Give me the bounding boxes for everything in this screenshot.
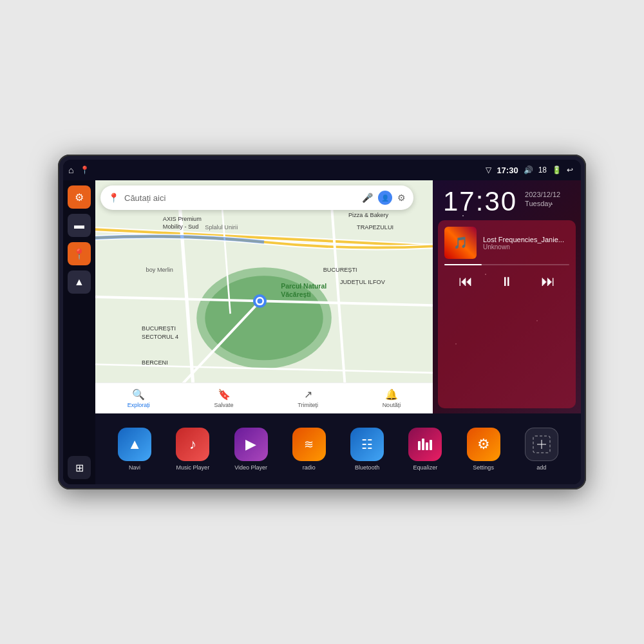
microphone-icon[interactable]: 🎤 [362, 193, 373, 203]
maps-status-icon: 📍 [80, 166, 90, 175]
back-icon[interactable]: ↩ [567, 166, 573, 175]
svg-text:Văcărești: Văcărești [281, 291, 311, 298]
music-note-icon: ♪ [189, 436, 196, 453]
explore-icon: 🔍 [132, 388, 145, 401]
map-search-bar[interactable]: 📍 Căutați aici 🎤 👤 ⚙ [100, 185, 413, 210]
music-player-app-label: Music Player [176, 464, 210, 471]
music-title: Lost Frequencies_Janie... [483, 236, 569, 243]
share-label: Trimiteți [298, 402, 318, 408]
apps-grid-btn[interactable]: ⊞ [68, 456, 91, 479]
bluetooth-app-icon: ☷ [350, 428, 384, 461]
play-pause-button[interactable]: ⏸ [498, 272, 516, 292]
music-player-card: 🎵 Lost Frequencies_Janie... Unknown [438, 220, 576, 408]
device-frame: ⌂ 📍 ▽ 17:30 🔊 18 🔋 ↩ ⚙ ▬ [58, 155, 586, 489]
news-label: Noutăți [383, 402, 401, 408]
user-avatar[interactable]: 👤 [378, 191, 392, 205]
main-content: ⚙ ▬ 📍 ▲ ⊞ [63, 180, 581, 484]
news-nav-item[interactable]: 🔔 Noutăți [383, 388, 401, 408]
music-player-app[interactable]: ♪ Music Player [176, 428, 209, 471]
explore-nav-item[interactable]: 🔍 Explorați [128, 388, 150, 408]
map-bottom-nav: 🔍 Explorați 🔖 Salvate ↗ Trimiteți [95, 383, 433, 413]
avatar-icon: 👤 [381, 194, 389, 202]
status-time: 17:30 [497, 166, 518, 175]
files-sidebar-btn[interactable]: ▬ [68, 214, 91, 237]
add-app-label: add [536, 464, 546, 471]
video-player-app-label: Video Player [234, 464, 267, 471]
svg-text:Pizza & Bakery: Pizza & Bakery [348, 212, 389, 218]
equalizer-app[interactable]: Equalizer [408, 428, 442, 471]
music-progress-fill [444, 264, 482, 265]
grid-icon: ⊞ [75, 462, 84, 474]
add-app[interactable]: add [525, 428, 558, 471]
video-player-app-icon: ▶ [234, 428, 268, 461]
next-button[interactable]: ⏭ [538, 270, 558, 292]
prev-button[interactable]: ⏮ [456, 270, 475, 292]
navigation-triangle-icon: ▲ [128, 436, 142, 453]
content-area: ▶ Parcul Natural Văcărești BUCUREȘTI JUD… [95, 180, 581, 484]
settings-app[interactable]: ⚙ Settings [467, 428, 500, 471]
svg-text:Parcul Natural: Parcul Natural [281, 283, 327, 290]
svg-text:Splalul Unirii: Splalul Unirii [205, 224, 238, 231]
music-artist: Unknown [483, 243, 569, 251]
svg-text:boy Merlin: boy Merlin [146, 267, 173, 273]
maps-sidebar-btn[interactable]: 📍 [68, 242, 91, 265]
saved-nav-item[interactable]: 🔖 Salvate [214, 388, 234, 408]
music-controls: ⏮ ⏸ ⏭ [444, 270, 569, 292]
equalizer-app-label: Equalizer [413, 464, 438, 471]
bluetooth-icon: ☷ [361, 437, 373, 452]
svg-point-13 [258, 299, 263, 304]
svg-text:BUCUREȘTI: BUCUREȘTI [323, 267, 357, 273]
share-nav-item[interactable]: ↗ Trimiteți [298, 388, 318, 408]
bluetooth-app-label: Bluetooth [355, 464, 379, 471]
music-progress-bar[interactable] [444, 264, 569, 265]
svg-text:SECTORUL 4: SECTORUL 4 [142, 334, 178, 341]
settings-sidebar-btn[interactable]: ⚙ [68, 185, 91, 209]
video-player-app[interactable]: ▶ Video Player [234, 428, 268, 471]
album-art-inner: 🎵 [444, 227, 477, 259]
add-app-icon [525, 428, 558, 461]
svg-text:BUCUREȘTI: BUCUREȘTI [142, 325, 176, 332]
radio-app[interactable]: ≋ radio [292, 428, 326, 471]
location-icon: 📍 [73, 248, 86, 260]
map-svg: ▶ Parcul Natural Văcărești BUCUREȘTI JUD… [95, 180, 433, 413]
add-dashed-icon [532, 435, 551, 454]
svg-text:JUDEȚUL ILFOV: JUDEȚUL ILFOV [340, 279, 386, 285]
equalizer-bars-icon [417, 436, 433, 453]
music-text: Lost Frequencies_Janie... Unknown [483, 236, 569, 251]
music-player-app-icon: ♪ [176, 428, 209, 461]
svg-rect-36 [422, 439, 424, 450]
apps-grid: ▲ Navi ♪ Music Player ▶ Vid [95, 413, 581, 484]
settings-gear-icon: ⚙ [477, 436, 490, 453]
clock-time: 17:30 [443, 188, 517, 215]
wifi-icon: ▽ [486, 166, 491, 175]
settings-app-icon: ⚙ [467, 428, 500, 461]
top-section: ▶ Parcul Natural Văcărești BUCUREȘTI JUD… [95, 180, 581, 413]
settings-app-label: Settings [473, 464, 494, 471]
equalizer-app-icon [408, 428, 442, 461]
svg-rect-38 [430, 440, 432, 450]
waveform-icon: ≋ [304, 437, 314, 451]
battery-icon: 🔋 [552, 166, 562, 175]
status-bar: ⌂ 📍 ▽ 17:30 🔊 18 🔋 ↩ [63, 160, 581, 180]
map-container[interactable]: ▶ Parcul Natural Văcărești BUCUREȘTI JUD… [95, 180, 433, 413]
svg-text:TRAPEZULUI: TRAPEZULUI [357, 224, 393, 231]
navi-app[interactable]: ▲ Navi [118, 428, 151, 471]
clock-day: Tuesday [525, 200, 560, 207]
news-icon: 🔔 [385, 388, 398, 401]
left-sidebar: ⚙ ▬ 📍 ▲ ⊞ [63, 180, 95, 484]
home-icon[interactable]: ⌂ [68, 165, 73, 175]
map-settings-icon[interactable]: ⚙ [397, 193, 406, 203]
right-panel: 17:30 2023/12/12 Tuesday 🎵 [433, 180, 581, 413]
nav-sidebar-btn[interactable]: ▲ [68, 270, 91, 294]
bluetooth-app[interactable]: ☷ Bluetooth [350, 428, 384, 471]
navigation-icon-sidebar: ▲ [74, 276, 84, 288]
svg-text:AXIS Premium: AXIS Premium [163, 216, 202, 222]
saved-label: Salvate [214, 402, 234, 408]
radio-app-label: radio [303, 464, 316, 471]
explore-label: Explorați [128, 402, 150, 408]
google-maps-icon: 📍 [108, 193, 119, 203]
navi-app-icon: ▲ [118, 428, 151, 461]
svg-rect-37 [426, 442, 428, 450]
clock-date: 2023/12/12 Tuesday [525, 188, 560, 207]
map-search-placeholder: Căutați aici [124, 193, 357, 203]
